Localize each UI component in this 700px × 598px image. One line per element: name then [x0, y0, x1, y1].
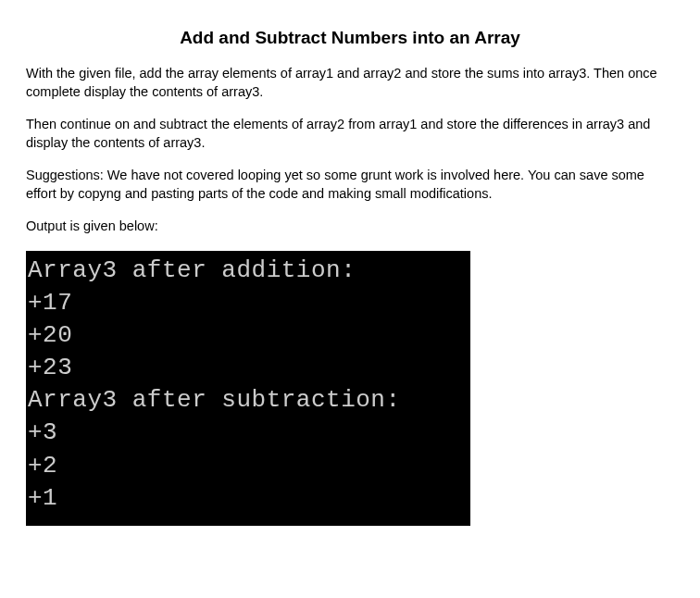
console-line: +23	[28, 352, 469, 384]
console-output: Array3 after addition: +17 +20 +23 Array…	[26, 251, 470, 526]
paragraph-3: Suggestions: We have not covered looping…	[26, 167, 674, 203]
console-line: Array3 after subtraction:	[28, 384, 469, 417]
console-line: +2	[28, 450, 469, 482]
paragraph-2: Then continue on and subtract the elemen…	[26, 116, 674, 152]
paragraph-4: Output is given below:	[26, 218, 674, 236]
console-line: +20	[28, 319, 469, 352]
console-line: +3	[28, 417, 469, 449]
page-title: Add and Subtract Numbers into an Array	[26, 28, 674, 48]
console-line: +1	[28, 482, 469, 515]
console-line: +17	[28, 287, 469, 319]
paragraph-1: With the given file, add the array eleme…	[26, 65, 674, 101]
console-line: Array3 after addition:	[28, 255, 469, 287]
